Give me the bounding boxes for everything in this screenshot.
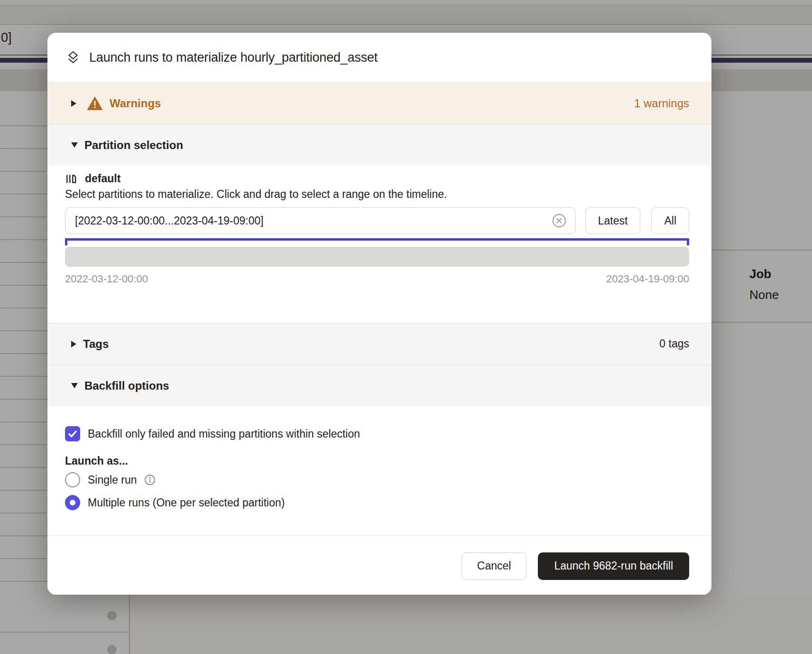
launch-backfill-button[interactable]: Launch 9682-run backfill xyxy=(538,552,689,580)
multiple-runs-label[interactable]: Multiple runs (One per selected partitio… xyxy=(88,496,285,509)
single-run-radio-row: Single run xyxy=(65,472,689,487)
clear-selection-icon[interactable] xyxy=(551,213,567,229)
timeline-end-label: 2023-04-19-09:00 xyxy=(606,273,689,285)
materialize-asset-icon xyxy=(65,50,81,65)
timeline-start-label: 2022-03-12-00:00 xyxy=(65,273,148,285)
tags-count-badge: 0 tags xyxy=(659,337,689,350)
partition-range-input[interactable] xyxy=(65,207,576,234)
chevron-right-icon xyxy=(71,100,76,107)
single-run-label[interactable]: Single run xyxy=(88,474,137,486)
partition-set-icon xyxy=(65,173,77,185)
timeline-labels: 2022-03-12-00:00 2023-04-19-09:00 xyxy=(65,273,689,285)
dialog-header: Launch runs to materialize hourly_partit… xyxy=(47,33,711,82)
backfill-only-failed-checkbox-row: Backfill only failed and missing partiti… xyxy=(65,426,689,441)
partition-timeline[interactable] xyxy=(65,247,689,267)
chevron-down-icon xyxy=(71,142,78,148)
backfill-only-failed-label[interactable]: Backfill only failed and missing partiti… xyxy=(88,428,360,440)
tags-header: Tags xyxy=(83,337,109,351)
partition-selection-header: Partition selection xyxy=(84,139,183,152)
multiple-runs-radio[interactable] xyxy=(65,495,80,510)
backfill-options-header: Backfill options xyxy=(84,379,169,392)
partition-selection-content: default Select partitions to materialize… xyxy=(47,166,711,323)
info-icon[interactable] xyxy=(144,474,156,486)
partition-dimension-name: default xyxy=(85,172,120,185)
cancel-button[interactable]: Cancel xyxy=(461,552,527,580)
chevron-down-icon xyxy=(71,383,78,388)
warnings-section-toggle[interactable]: Warnings 1 warnings xyxy=(47,82,711,124)
backfill-only-failed-checkbox[interactable] xyxy=(65,426,80,441)
partition-selection-description: Select partitions to materialize. Click … xyxy=(65,188,689,201)
backfill-options-section-toggle[interactable]: Backfill options xyxy=(47,364,711,406)
partition-range-input-wrap xyxy=(65,207,576,234)
launch-as-label: Launch as... xyxy=(65,455,689,467)
selection-range-bracket xyxy=(65,238,689,245)
launch-backfill-dialog: Launch runs to materialize hourly_partit… xyxy=(47,33,711,595)
latest-button[interactable]: Latest xyxy=(585,207,641,234)
partition-range-input-row: Latest All xyxy=(65,207,689,234)
dialog-footer: Cancel Launch 9682-run backfill xyxy=(47,535,711,595)
all-button[interactable]: All xyxy=(651,207,689,234)
warnings-label: Warnings xyxy=(110,97,161,110)
warning-icon xyxy=(87,96,103,111)
chevron-right-icon xyxy=(71,341,76,347)
dialog-title: Launch runs to materialize hourly_partit… xyxy=(89,50,378,65)
partition-dimension-row: default xyxy=(65,172,689,185)
single-run-radio[interactable] xyxy=(65,472,80,487)
backfill-options-content: Backfill only failed and missing partiti… xyxy=(47,406,711,535)
multiple-runs-radio-row: Multiple runs (One per selected partitio… xyxy=(65,495,689,510)
tags-section-toggle[interactable]: Tags 0 tags xyxy=(47,323,711,364)
partition-selection-section-toggle[interactable]: Partition selection xyxy=(47,124,711,166)
warnings-count-badge: 1 warnings xyxy=(634,97,689,110)
